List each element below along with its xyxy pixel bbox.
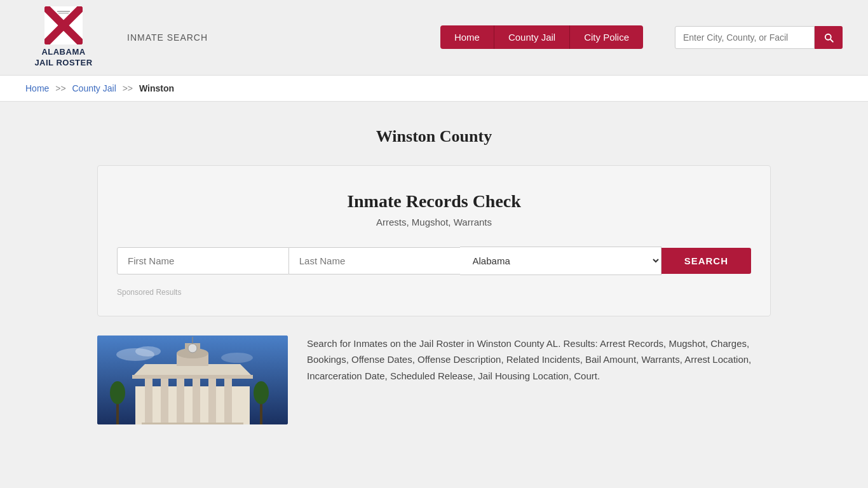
- svg-rect-14: [208, 377, 216, 424]
- breadcrumb-sep-2: >>: [123, 83, 133, 93]
- svg-rect-13: [193, 377, 200, 424]
- main-content: Winston County Inmate Records Check Arre…: [72, 102, 796, 450]
- svg-rect-11: [161, 377, 168, 424]
- courthouse-image: [97, 336, 288, 424]
- svg-rect-10: [145, 377, 153, 424]
- search-icon: [823, 32, 834, 43]
- records-check-subtitle: Arrests, Mugshot, Warrants: [117, 217, 751, 227]
- site-header: ALABAMA JAIL ROSTER INMATE SEARCH Home C…: [0, 0, 868, 76]
- svg-point-21: [188, 344, 197, 353]
- logo-icon: [44, 6, 83, 44]
- header-search-button[interactable]: [815, 26, 843, 49]
- inmate-search-label: INMATE SEARCH: [127, 32, 208, 43]
- inmate-search-button[interactable]: SEARCH: [661, 248, 751, 274]
- records-check-box: Inmate Records Check Arrests, Mugshot, W…: [97, 165, 771, 316]
- breadcrumb-current: Winston: [139, 83, 174, 93]
- svg-point-25: [110, 381, 125, 404]
- svg-point-8: [221, 353, 253, 363]
- state-select[interactable]: Alabama Alaska Arizona Arkansas Californ…: [460, 247, 661, 275]
- last-name-input[interactable]: [289, 247, 460, 274]
- nav-home-button[interactable]: Home: [440, 25, 494, 49]
- header-search-input[interactable]: [675, 26, 815, 49]
- description-text: Search for Inmates on the Jail Roster in…: [307, 336, 771, 384]
- records-check-title: Inmate Records Check: [117, 191, 751, 212]
- svg-rect-17: [132, 375, 253, 379]
- sponsored-label: Sponsored Results: [117, 288, 751, 297]
- page-title: Winston County: [97, 127, 771, 146]
- bottom-section: Search for Inmates on the Jail Roster in…: [97, 336, 771, 424]
- courthouse-svg: [97, 336, 288, 424]
- svg-point-27: [254, 381, 269, 404]
- breadcrumb-county-jail[interactable]: County Jail: [72, 83, 116, 93]
- header-search-area: [675, 26, 843, 49]
- main-nav: Home County Jail City Police: [440, 25, 643, 49]
- breadcrumb-bar: Home >> County Jail >> Winston: [0, 76, 868, 102]
- breadcrumb: Home >> County Jail >> Winston: [25, 83, 843, 93]
- breadcrumb-home[interactable]: Home: [25, 83, 49, 93]
- breadcrumb-sep-1: >>: [55, 83, 65, 93]
- first-name-input[interactable]: [117, 247, 289, 274]
- inmate-search-form: Alabama Alaska Arizona Arkansas Californ…: [117, 247, 751, 275]
- svg-rect-15: [224, 377, 232, 424]
- nav-county-jail-button[interactable]: County Jail: [494, 25, 569, 49]
- logo-text: ALABAMA JAIL ROSTER: [34, 47, 92, 69]
- logo-area: ALABAMA JAIL ROSTER: [25, 6, 102, 69]
- svg-rect-23: [142, 423, 243, 424]
- svg-point-7: [135, 346, 161, 356]
- nav-city-police-button[interactable]: City Police: [569, 25, 643, 49]
- svg-rect-12: [177, 377, 184, 424]
